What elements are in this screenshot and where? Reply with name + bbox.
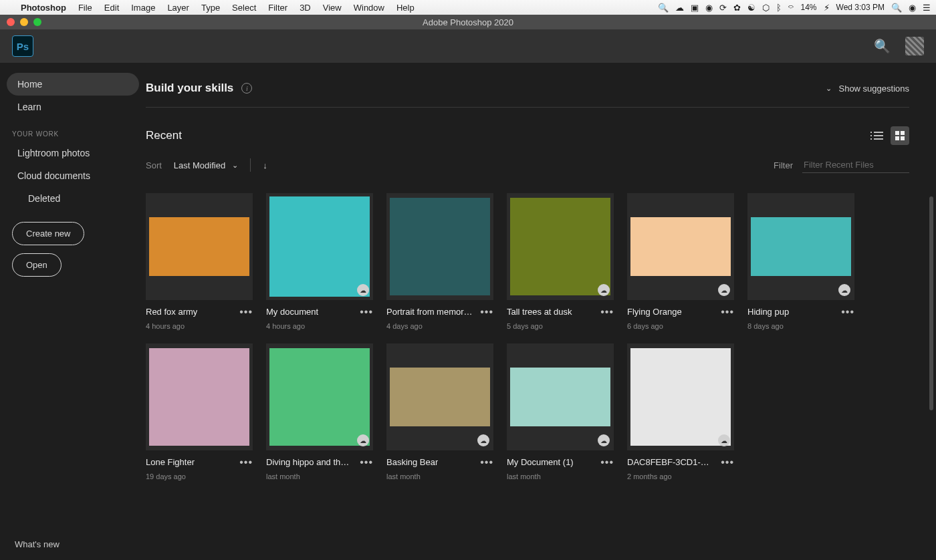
file-card[interactable]: ☁︎Tall trees at dusk•••5 days ago [507,193,614,330]
thumbnail[interactable]: ☁︎ [507,193,614,300]
more-options-button[interactable]: ••• [841,309,854,315]
file-time: 4 days ago [386,317,493,330]
sidebar-item-lightroom[interactable]: Lightroom photos [7,142,139,164]
menubar-status: 🔍 ☁︎ ▣ ◉ ⟳ ✿ ☯ ⬡ ᛒ ⌔ 14% ⚡︎ Wed 3:03 PM … [658,3,931,13]
search-icon[interactable]: 🔍 [891,3,902,13]
info-icon[interactable]: i [241,83,252,94]
file-card[interactable]: Portrait from memory 2•••4 days ago [386,193,493,330]
menu-help[interactable]: Help [390,3,421,13]
minimize-window[interactable] [20,18,28,26]
more-options-button[interactable]: ••• [480,460,493,465]
thumbnail[interactable]: ☁︎ [627,193,734,300]
open-button[interactable]: Open [12,253,62,277]
menu-edit[interactable]: Edit [98,3,125,13]
sidebar-item-home[interactable]: Home [7,73,139,96]
close-window[interactable] [7,18,15,26]
cloud-badge-icon: ☁︎ [357,284,369,296]
more-options-button[interactable]: ••• [600,460,614,465]
list-icon [874,132,883,140]
wifi-icon[interactable]: ⌔ [788,3,794,13]
ps-logo[interactable]: Ps [12,35,33,57]
more-options-button[interactable]: ••• [239,309,253,315]
content-area: Build your skills i ⌄ Show suggestions R… [146,63,936,560]
file-time: last month [507,467,614,480]
gear-icon[interactable]: ✿ [733,3,741,13]
bluetooth-icon[interactable]: ᛒ [776,3,782,13]
spotlight-icon[interactable]: 🔍 [658,3,669,13]
thumbnail[interactable]: ☁︎ [266,193,373,300]
more-options-button[interactable]: ••• [239,460,253,465]
cloud-badge-icon: ☁︎ [477,434,489,446]
menu-layer[interactable]: Layer [161,3,195,13]
siri-icon[interactable]: ◉ [909,3,916,13]
view-list-button[interactable] [869,126,888,145]
thumbnail[interactable]: ☁︎ [747,193,854,300]
file-card[interactable]: ☁︎Basking Bear•••last month [386,343,493,480]
sort-direction-button[interactable]: ↓ [263,160,267,170]
cloud-badge-icon: ☁︎ [718,434,730,446]
cam-icon[interactable]: ▣ [691,3,699,13]
more-options-button[interactable]: ••• [360,309,373,315]
more-options-button[interactable]: ••• [360,460,373,465]
sort-dropdown[interactable]: Last Modified ⌄ [174,160,238,170]
view-grid-button[interactable] [891,126,909,145]
cc-icon[interactable]: ◉ [705,3,713,13]
globe-icon[interactable]: ☯ [747,3,755,13]
file-title: Basking Bear [386,457,438,467]
file-card[interactable]: ☁︎DAC8FEBF-3CD1-4E07-A4...•••2 months ag… [627,343,734,480]
menu-select[interactable]: Select [226,3,262,13]
more-options-button[interactable]: ••• [480,309,493,315]
sync-icon[interactable]: ⟳ [719,3,727,13]
recent-title: Recent [146,129,182,142]
thumbnail[interactable] [146,343,253,450]
thumbnail[interactable] [386,193,493,300]
thumbnail[interactable]: ☁︎ [386,343,493,450]
avatar[interactable] [905,37,924,55]
thumbnail[interactable] [146,193,253,300]
notification-icon[interactable]: ☰ [923,3,931,13]
whats-new-link[interactable]: What's new [0,529,146,560]
sidebar-item-cloud[interactable]: Cloud documents [7,164,139,187]
file-card[interactable]: ☁︎Hiding pup•••8 days ago [747,193,854,330]
menu-3d[interactable]: 3D [294,3,317,13]
file-card[interactable]: ☁︎My document•••4 hours ago [266,193,373,330]
file-title: Hiding pup [747,307,789,317]
file-time: 8 days ago [747,317,854,330]
filter-input[interactable] [802,157,909,173]
create-new-button[interactable]: Create new [12,222,84,245]
more-options-button[interactable]: ••• [721,460,734,465]
sidebar-item-deleted[interactable]: Deleted [7,187,139,210]
menu-type[interactable]: Type [195,3,226,13]
app-menu[interactable]: Photoshop [15,3,72,13]
traffic-lights[interactable] [0,18,41,26]
thumbnail[interactable]: ☁︎ [627,343,734,450]
maximize-window[interactable] [33,18,41,26]
thumbnail[interactable]: ☁︎ [507,343,614,450]
more-options-button[interactable]: ••• [721,309,734,315]
file-card[interactable]: ☁︎Diving hippo and the sea...•••last mon… [266,343,373,480]
menu-view[interactable]: View [317,3,348,13]
scrollbar[interactable] [929,196,933,410]
cloud-badge-icon: ☁︎ [598,284,610,296]
file-card[interactable]: ☁︎Flying Orange•••6 days ago [627,193,734,330]
thumbnail[interactable]: ☁︎ [266,343,373,450]
cloud-icon[interactable]: ☁︎ [675,3,684,13]
menu-file[interactable]: File [72,3,98,13]
file-card[interactable]: Lone Fighter•••19 days ago [146,343,253,480]
sidebar-item-learn[interactable]: Learn [7,96,139,118]
menu-filter[interactable]: Filter [262,3,294,13]
search-icon[interactable]: 🔍 [874,38,891,54]
grid-icon [895,131,905,140]
file-title: Lone Fighter [146,457,195,467]
sort-value: Last Modified [174,160,225,170]
menu-window[interactable]: Window [348,3,390,13]
file-card[interactable]: ☁︎My Document (1)•••last month [507,343,614,480]
file-card[interactable]: Red fox army•••4 hours ago [146,193,253,330]
battery-percent: 14% [800,3,816,12]
show-suggestions-toggle[interactable]: ⌄ Show suggestions [826,84,909,94]
file-time: 2 months ago [627,467,734,480]
menu-image[interactable]: Image [125,3,161,13]
more-options-button[interactable]: ••• [600,309,614,315]
battery-icon[interactable]: ⚡︎ [824,3,830,13]
dropbox-icon[interactable]: ⬡ [762,3,770,13]
